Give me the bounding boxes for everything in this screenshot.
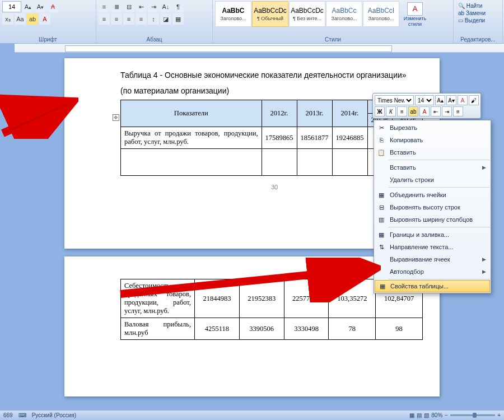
align-right-icon[interactable]: ≡	[123, 13, 134, 25]
font-color-icon[interactable]: A	[39, 13, 50, 25]
ctx-autofit[interactable]: Автоподбор▶	[374, 265, 491, 278]
multilevel-icon[interactable]: ⊟	[123, 1, 134, 12]
ctx-paste[interactable]: 📋Вставить	[374, 146, 491, 158]
mini-size-select[interactable]: 14	[415, 95, 434, 105]
style-tile-heading3[interactable]: AaBbCcIЗаголово...	[363, 1, 399, 27]
group-label-editing: Редактиров...	[454, 36, 502, 43]
mini-indent-dec-icon[interactable]: ⇤	[431, 106, 441, 116]
style-tile-nospacing[interactable]: AaBbCcDc¶ Без инте...	[289, 1, 325, 27]
copy-icon: ⎘	[377, 136, 386, 144]
table-move-handle-icon[interactable]: ✥	[113, 114, 119, 121]
th-indicators[interactable]: Показатели	[121, 100, 262, 127]
mini-font-select[interactable]: Times New	[375, 95, 414, 105]
style-gallery: AaBbCЗаголово... AaBbCcDc¶ Обычный AaBbC…	[215, 1, 399, 27]
mini-font-color-icon[interactable]: A	[419, 106, 430, 116]
find-button[interactable]: 🔍 Найти	[458, 3, 498, 9]
view-web-icon[interactable]: ▧	[424, 412, 429, 418]
table-row[interactable]: Валовая прибыль, млн.руб 4255118 3390506…	[121, 318, 423, 340]
decrease-indent-icon[interactable]: ⇤	[136, 1, 147, 12]
th-2014[interactable]: 2014г.	[332, 100, 367, 127]
chevron-right-icon: ▶	[482, 256, 486, 262]
keyboard-icon: ⌨	[18, 412, 26, 418]
ctx-text-direction[interactable]: ⇅Направление текста...	[374, 241, 491, 253]
group-label-paragraph: Абзац	[96, 36, 212, 43]
ctx-table-properties[interactable]: ▦Свойства таблицы...	[375, 280, 490, 292]
clear-format-icon[interactable]: ₳	[47, 1, 58, 12]
ctx-delete-rows[interactable]: Удалить строки	[374, 174, 491, 186]
status-bar: 669 ⌨ Русский (Россия) ▦ ▤ ▧ 80% − +	[0, 410, 504, 420]
ctx-distribute-cols[interactable]: ▥Выровнять ширину столбцов	[374, 213, 491, 226]
mini-bold-icon[interactable]: Ж	[375, 106, 385, 116]
pilcrow-icon[interactable]: ¶	[172, 1, 184, 12]
chevron-right-icon: ▶	[482, 165, 486, 170]
table-props-icon: ▦	[378, 282, 387, 291]
increase-indent-icon[interactable]: ⇥	[148, 1, 159, 12]
style-tile-heading2[interactable]: AaBbCcЗаголово...	[326, 1, 362, 27]
ctx-insert[interactable]: Вставить▶	[374, 161, 491, 174]
borders-btn-icon[interactable]: ▦	[172, 13, 184, 25]
replace-button[interactable]: ab Замени	[458, 10, 498, 16]
paste-icon: 📋	[377, 148, 386, 157]
select-button[interactable]: ▭ Выдели	[458, 17, 498, 24]
borders-icon: ▦	[377, 230, 386, 239]
mini-toolbar[interactable]: Times New 14 A▴ A▾ A 🖌 Ж К ≡ ab A ⇤ ⇥ ≡	[372, 93, 481, 119]
mini-grow-font-icon[interactable]: A▴	[435, 95, 445, 105]
shrink-font-icon[interactable]: A▾	[35, 1, 46, 12]
view-print-layout-icon[interactable]: ▦	[409, 412, 414, 418]
style-tile-normal[interactable]: AaBbCcDc¶ Обычный	[252, 1, 288, 27]
mini-bullets-icon[interactable]: ≡	[453, 106, 463, 116]
font-size-input[interactable]	[2, 1, 21, 12]
ctx-copy[interactable]: ⎘Копировать	[374, 134, 491, 146]
chevron-right-icon: ▶	[482, 269, 486, 274]
mini-styles-icon[interactable]: A	[458, 95, 468, 105]
line-spacing-icon[interactable]: ↕	[148, 13, 159, 25]
th-2012[interactable]: 2012г.	[262, 100, 297, 127]
mini-indent-inc-icon[interactable]: ⇥	[442, 106, 452, 116]
ribbon: A▴ A▾ ₳ x₂ Aa ab A Шрифт ≡ ≣ ⊟ ⇤ ⇥ A↓ ¶ …	[0, 0, 504, 44]
change-case-icon[interactable]: Aa	[15, 13, 26, 25]
ribbon-group-editing: 🔍 Найти ab Замени ▭ Выдели Редактиров...	[454, 0, 503, 43]
ctx-merge-cells[interactable]: ▦Объединить ячейки	[374, 189, 491, 201]
mini-shrink-font-icon[interactable]: A▾	[446, 95, 456, 105]
ctx-cut[interactable]: ✂Вырезать	[374, 122, 491, 134]
ribbon-group-styles: AaBbCЗаголово... AaBbCcDc¶ Обычный AaBbC…	[213, 0, 454, 43]
ctx-distribute-rows[interactable]: ⊟Выровнять высоту строк	[374, 201, 491, 213]
change-styles-button[interactable]: A Изменить стили	[399, 1, 431, 27]
align-left-icon[interactable]: ≡	[99, 13, 110, 25]
zoom-slider[interactable]	[450, 414, 495, 416]
subscript-icon[interactable]: x₂	[2, 13, 13, 25]
context-menu: ✂Вырезать ⎘Копировать 📋Вставить Вставить…	[374, 120, 491, 293]
view-reading-icon[interactable]: ▤	[417, 412, 422, 418]
status-language: Русский (Россия)	[32, 412, 76, 418]
sort-icon[interactable]: A↓	[160, 1, 171, 12]
th-2013[interactable]: 2013г.	[297, 100, 332, 127]
mini-highlight-icon[interactable]: ab	[408, 106, 418, 116]
status-zoom: 80%	[431, 412, 442, 418]
group-label-styles: Стили	[213, 36, 453, 43]
mini-italic-icon[interactable]: К	[386, 106, 396, 116]
justify-icon[interactable]: ≡	[136, 13, 147, 25]
horizontal-ruler[interactable]	[15, 44, 504, 53]
merge-icon: ▦	[377, 190, 386, 199]
ribbon-group-font: A▴ A▾ ₳ x₂ Aa ab A Шрифт	[0, 0, 96, 43]
group-label-font: Шрифт	[0, 36, 96, 43]
mini-align-center-icon[interactable]: ≡	[397, 106, 407, 116]
align-center-icon[interactable]: ≡	[111, 13, 122, 25]
bullets-icon[interactable]: ≡	[99, 1, 110, 12]
highlight-icon[interactable]: ab	[27, 13, 38, 25]
zoom-out-icon[interactable]: −	[445, 412, 448, 418]
ribbon-group-paragraph: ≡ ≣ ⊟ ⇤ ⇥ A↓ ¶ ≡ ≡ ≡ ≡ ↕ ◪ ▦ Абзац	[96, 0, 213, 43]
ctx-cell-alignment[interactable]: Выравнивание ячеек▶	[374, 253, 491, 265]
style-tile-heading1[interactable]: AaBbCЗаголово...	[215, 1, 251, 27]
dist-cols-icon: ▥	[377, 215, 386, 224]
table-subtitle: (по материалам организации)	[120, 86, 229, 95]
zoom-in-icon[interactable]: +	[497, 412, 501, 418]
shading-icon[interactable]: ◪	[160, 13, 171, 25]
mini-format-painter-icon[interactable]: 🖌	[469, 95, 479, 105]
grow-font-icon[interactable]: A▴	[22, 1, 34, 12]
table-title: Таблица 4 - Основные экономические показ…	[120, 71, 407, 80]
ctx-borders-shading[interactable]: ▦Границы и заливка...	[374, 228, 491, 241]
numbering-icon[interactable]: ≣	[111, 1, 122, 12]
dist-rows-icon: ⊟	[377, 203, 386, 212]
status-page: 669	[3, 412, 13, 418]
